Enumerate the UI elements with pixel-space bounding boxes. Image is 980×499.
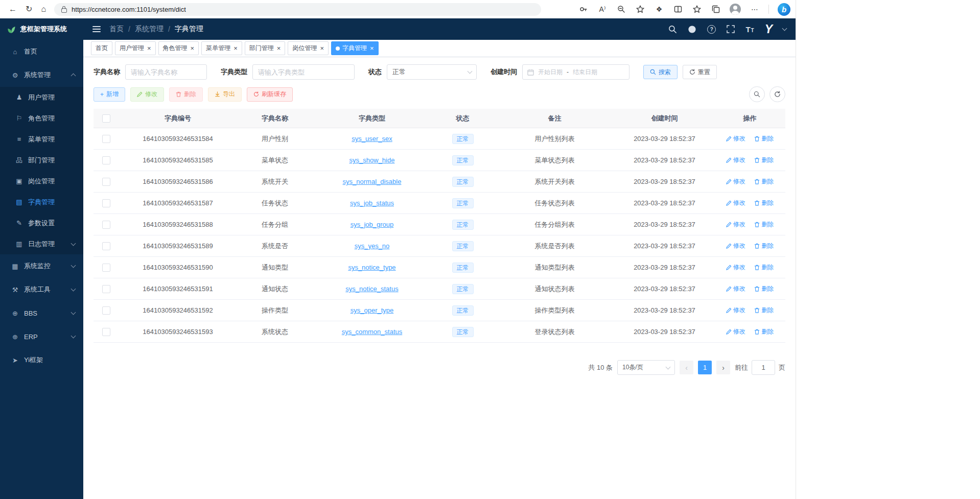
fullscreen-icon[interactable] — [727, 25, 735, 33]
tab[interactable]: 首页 × — [91, 41, 112, 55]
search-icon[interactable] — [668, 25, 677, 34]
select-all-checkbox[interactable] — [102, 114, 110, 123]
font-size-icon[interactable]: TT — [745, 26, 754, 33]
sidebar-item[interactable]: ➤ Yi框架 — [0, 348, 83, 372]
url-text[interactable]: https://ccnetcore.com:1101/system/dict — [72, 6, 186, 13]
date-start-placeholder[interactable]: 开始日期 — [538, 68, 563, 77]
tab[interactable]: 用户管理 × — [115, 41, 156, 55]
reset-button[interactable]: 重置 — [683, 65, 717, 79]
column-header[interactable]: 字典名称 — [237, 109, 313, 128]
split-screen-icon[interactable] — [673, 4, 683, 14]
zoom-out-icon[interactable] — [616, 4, 626, 14]
add-button[interactable]: + 新增 — [94, 87, 125, 102]
dict-type-link[interactable]: sys_common_status — [342, 328, 403, 336]
edit-button[interactable]: 修改 — [130, 87, 164, 102]
next-page-button[interactable]: › — [716, 361, 730, 374]
dict-type-link[interactable]: sys_yes_no — [355, 242, 390, 250]
edit-link[interactable]: 修改 — [726, 220, 745, 229]
row-checkbox[interactable] — [102, 178, 110, 186]
row-checkbox[interactable] — [102, 328, 110, 336]
delete-link[interactable]: 删除 — [754, 199, 774, 207]
sidebar-item[interactable]: ▥ 日志管理 — [0, 233, 83, 254]
refresh-table-button[interactable] — [769, 86, 785, 102]
back-icon[interactable]: ← — [9, 5, 17, 13]
edit-link[interactable]: 修改 — [726, 242, 745, 250]
row-checkbox[interactable] — [102, 264, 110, 272]
delete-link[interactable]: 删除 — [754, 177, 774, 186]
column-header[interactable]: 操作 — [714, 109, 785, 128]
row-checkbox[interactable] — [102, 156, 110, 164]
address-bar[interactable]: https://ccnetcore.com:1101/system/dict — [54, 3, 541, 16]
sidebar-item[interactable]: ▤ 字典管理 — [0, 192, 83, 212]
tab[interactable]: 岗位管理 × — [288, 41, 329, 55]
dict-type-link[interactable]: sys_normal_disable — [343, 178, 402, 185]
user-menu-caret-icon[interactable] — [782, 26, 787, 31]
delete-link[interactable]: 删除 — [754, 306, 774, 315]
edit-link[interactable]: 修改 — [726, 199, 745, 207]
sidebar-item[interactable]: ▣ 岗位管理 — [0, 171, 83, 192]
refresh-cache-button[interactable]: 刷新缓存 — [247, 87, 293, 102]
close-icon[interactable]: × — [191, 45, 195, 52]
sidebar-item[interactable]: ≡ 菜单管理 — [0, 129, 83, 150]
row-checkbox[interactable] — [102, 306, 110, 315]
read-aloud-icon[interactable]: A⁾ — [597, 4, 608, 14]
add-favorite-icon[interactable] — [635, 4, 645, 14]
column-header[interactable]: 备注 — [495, 109, 615, 128]
help-icon[interactable]: ? — [707, 25, 716, 34]
refresh-icon[interactable]: ↻ — [26, 5, 32, 13]
tab[interactable]: 部门管理 × — [245, 41, 286, 55]
profile-avatar[interactable] — [730, 4, 741, 15]
close-icon[interactable]: × — [277, 45, 281, 52]
edit-link[interactable]: 修改 — [726, 177, 745, 186]
sidebar-item[interactable]: ⚐ 角色管理 — [0, 108, 83, 129]
dict-type-link[interactable]: sys_user_sex — [352, 135, 392, 142]
search-button[interactable]: 搜索 — [643, 65, 678, 79]
row-checkbox[interactable] — [102, 242, 110, 250]
delete-link[interactable]: 删除 — [754, 284, 774, 293]
delete-link[interactable]: 删除 — [754, 242, 774, 250]
prev-page-button[interactable]: ‹ — [680, 361, 693, 374]
home-icon[interactable]: ⌂ — [41, 5, 46, 13]
tab[interactable]: 菜单管理 × — [201, 41, 242, 55]
breadcrumb-item[interactable]: 首页 — [109, 25, 124, 34]
sidebar-item[interactable]: ⌂ 首页 — [0, 40, 83, 63]
dict-type-link[interactable]: sys_job_status — [350, 199, 394, 207]
row-checkbox[interactable] — [102, 135, 110, 143]
delete-link[interactable]: 删除 — [754, 263, 774, 272]
close-icon[interactable]: × — [147, 45, 151, 52]
breadcrumb-item[interactable]: 字典管理 — [175, 25, 203, 34]
tab[interactable]: 字典管理 × — [331, 41, 379, 55]
sidebar-item[interactable]: ⚙ 系统管理 — [0, 63, 83, 87]
delete-link[interactable]: 删除 — [754, 134, 774, 143]
delete-button[interactable]: 删除 — [169, 87, 203, 102]
sidebar-item[interactable]: ♟ 用户管理 — [0, 87, 83, 108]
delete-link[interactable]: 删除 — [754, 220, 774, 229]
row-checkbox[interactable] — [102, 221, 110, 229]
collections-icon[interactable] — [711, 4, 721, 14]
close-icon[interactable]: × — [234, 45, 238, 52]
password-key-icon[interactable] — [578, 4, 589, 14]
dict-type-link[interactable]: sys_show_hide — [349, 156, 395, 164]
column-header[interactable]: 字典编号 — [119, 109, 237, 128]
edit-link[interactable]: 修改 — [726, 263, 745, 272]
dict-type-link[interactable]: sys_job_group — [351, 221, 394, 228]
toggle-search-button[interactable] — [749, 86, 765, 102]
sidebar-item[interactable]: ✎ 参数设置 — [0, 212, 83, 233]
breadcrumb-item[interactable]: 系统管理 — [135, 25, 164, 34]
more-options-icon[interactable]: ⋯ — [750, 4, 760, 14]
status-select[interactable] — [387, 64, 477, 80]
current-page-button[interactable]: 1 — [698, 361, 712, 374]
column-header[interactable]: 状态 — [431, 109, 495, 128]
favorites-bar-icon[interactable] — [692, 4, 702, 14]
date-end-placeholder[interactable]: 结束日期 — [573, 68, 597, 77]
goto-page-input[interactable] — [752, 360, 775, 375]
delete-link[interactable]: 删除 — [754, 156, 774, 164]
dict-type-link[interactable]: sys_oper_type — [351, 306, 394, 314]
sidebar-item[interactable]: 品 部门管理 — [0, 150, 83, 171]
row-checkbox[interactable] — [102, 199, 110, 207]
tab[interactable]: 角色管理 × — [158, 41, 199, 55]
delete-link[interactable]: 删除 — [754, 327, 774, 336]
github-icon[interactable] — [688, 25, 696, 34]
sidebar-item[interactable]: ⊕ ERP — [0, 325, 83, 348]
column-header[interactable]: 字典类型 — [313, 109, 431, 128]
